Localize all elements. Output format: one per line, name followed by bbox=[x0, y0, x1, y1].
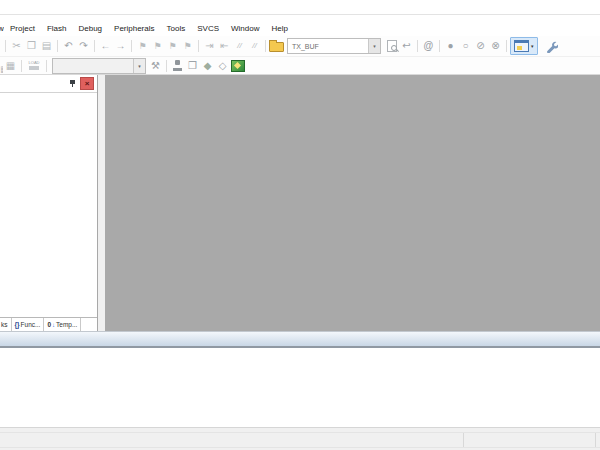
window-view-dropdown-button[interactable]: ▾ bbox=[510, 37, 538, 55]
target-select-value[interactable] bbox=[53, 59, 133, 73]
toolbar-separator bbox=[57, 40, 58, 52]
menu-item-window[interactable]: Window bbox=[225, 22, 265, 35]
workspace: × ks {} Func... 0 ↓ Temp... bbox=[0, 75, 600, 331]
menu-item-peripherals[interactable]: Peripherals bbox=[108, 22, 160, 35]
find-combo[interactable]: TX_BUF ▾ bbox=[287, 38, 381, 54]
bookmark-icon: ⚑ bbox=[138, 42, 146, 51]
file-extensions-button[interactable] bbox=[170, 58, 185, 74]
stamp-icon bbox=[172, 60, 183, 71]
indent-icon: ⇥ bbox=[205, 41, 213, 51]
select-software-packs-button[interactable]: ◇ bbox=[215, 58, 230, 74]
enable-breakpoint-button[interactable]: ○ bbox=[458, 38, 473, 54]
copy-icon: ❐ bbox=[27, 41, 36, 51]
zoom-button[interactable]: @ bbox=[421, 38, 436, 54]
toolbar-separator bbox=[417, 40, 418, 52]
bookmark-next-button[interactable]: ⚑ bbox=[165, 38, 180, 54]
green-package-icon bbox=[231, 60, 245, 72]
uvision-window: w Project Flash Debug Peripherals Tools … bbox=[0, 0, 600, 450]
uncomment-button[interactable]: // bbox=[247, 38, 262, 54]
toolbar-separator bbox=[439, 40, 440, 52]
project-tree-area[interactable] bbox=[0, 93, 97, 317]
status-cell-mid bbox=[463, 433, 595, 447]
tab-functions[interactable]: {} Func... bbox=[12, 318, 45, 331]
load-label: LOAD bbox=[29, 61, 40, 65]
tab-books-label: ks bbox=[1, 321, 8, 328]
braces-icon: {} bbox=[15, 321, 20, 328]
chevron-down-icon[interactable]: ▾ bbox=[368, 39, 380, 53]
breakpoint-icon: ● bbox=[447, 41, 453, 51]
zoom-at-icon: @ bbox=[424, 41, 434, 51]
insert-breakpoint-button[interactable]: ● bbox=[443, 38, 458, 54]
arrow-right-icon: → bbox=[116, 41, 126, 51]
batch-build-button[interactable]: ▦ bbox=[3, 58, 18, 74]
configuration-button[interactable] bbox=[544, 38, 559, 54]
menu-item-flash[interactable]: Flash bbox=[41, 22, 73, 35]
bookmark-prev-button[interactable]: ⚑ bbox=[150, 38, 165, 54]
screen-image-icon bbox=[514, 40, 529, 52]
breakpoint-disabled-icon: ⊘ bbox=[476, 41, 484, 51]
vertical-splitter[interactable] bbox=[98, 75, 105, 331]
outdent-button[interactable]: ⇤ bbox=[217, 38, 232, 54]
magnifier-icon bbox=[391, 45, 399, 53]
incremental-find-button[interactable]: ↩ bbox=[399, 38, 414, 54]
menu-item-svcs[interactable]: SVCS bbox=[191, 22, 225, 35]
disable-all-breakpoints-button[interactable]: ⊘ bbox=[473, 38, 488, 54]
target-options-button[interactable]: ⚒ bbox=[148, 58, 163, 74]
chevron-down-icon[interactable]: ▾ bbox=[133, 59, 145, 73]
menu-item-project[interactable]: Project bbox=[4, 22, 41, 35]
navigate-forward-button[interactable]: → bbox=[113, 38, 128, 54]
bookmark-prev-icon: ⚑ bbox=[153, 42, 161, 51]
uncomment-icon: // bbox=[252, 42, 256, 50]
manage-project-items-button[interactable]: ❐ bbox=[185, 58, 200, 74]
copy-button[interactable]: ❐ bbox=[24, 38, 39, 54]
arrow-left-icon: ← bbox=[101, 41, 111, 51]
bookmark-toggle-button[interactable]: ⚑ bbox=[135, 38, 150, 54]
diamond-icon: ◆ bbox=[204, 61, 212, 71]
output-panel-header[interactable] bbox=[0, 331, 600, 348]
pack-installer-button[interactable] bbox=[230, 58, 245, 74]
redo-icon: ↷ bbox=[79, 41, 87, 51]
manage-rte-button[interactable]: ◆ bbox=[200, 58, 215, 74]
status-bar-row bbox=[0, 432, 600, 448]
toolbar-separator bbox=[506, 40, 507, 52]
load-icon: LOAD bbox=[26, 61, 42, 70]
indent-button[interactable]: ⇥ bbox=[202, 38, 217, 54]
stacked-boxes-icon: ❐ bbox=[188, 61, 197, 71]
output-panel-body[interactable] bbox=[0, 348, 600, 427]
bookmark-clear-button[interactable]: ⚑ bbox=[180, 38, 195, 54]
chevron-down-icon: ▾ bbox=[531, 43, 534, 49]
pin-icon[interactable] bbox=[69, 79, 76, 88]
close-icon: × bbox=[85, 80, 90, 88]
tab-templates[interactable]: 0 ↓ Temp... bbox=[44, 318, 81, 331]
download-button[interactable]: LOAD bbox=[25, 58, 43, 74]
menu-item-debug[interactable]: Debug bbox=[72, 22, 108, 35]
cut-button[interactable]: ✂ bbox=[9, 38, 24, 54]
close-panel-button[interactable]: × bbox=[80, 77, 94, 90]
kill-all-breakpoints-button[interactable]: ⊗ bbox=[488, 38, 503, 54]
toolbar-separator bbox=[131, 40, 132, 52]
menu-item-tools[interactable]: Tools bbox=[161, 22, 192, 35]
find-in-files-button[interactable] bbox=[269, 38, 284, 54]
tab-templates-label: Temp... bbox=[56, 321, 77, 328]
navigate-back-button[interactable]: ← bbox=[98, 38, 113, 54]
toolbar-separator bbox=[5, 40, 6, 52]
tab-functions-label: Func... bbox=[21, 321, 41, 328]
undo-button[interactable]: ↶ bbox=[61, 38, 76, 54]
mdi-background bbox=[105, 75, 600, 331]
redo-button[interactable]: ↷ bbox=[76, 38, 91, 54]
toolbar-separator bbox=[21, 60, 22, 72]
breakpoint-kill-icon: ⊗ bbox=[491, 41, 499, 51]
project-panel: × ks {} Func... 0 ↓ Temp... bbox=[0, 75, 98, 331]
target-select-combo[interactable]: ▾ bbox=[52, 58, 146, 74]
zero-icon: 0 bbox=[47, 321, 51, 328]
find-combo-value[interactable]: TX_BUF bbox=[288, 39, 368, 53]
comment-button[interactable]: // bbox=[232, 38, 247, 54]
titlebar-strip bbox=[0, 0, 600, 15]
paste-button[interactable]: ▤ bbox=[39, 38, 54, 54]
project-panel-caption: × bbox=[0, 75, 97, 93]
folder-icon bbox=[269, 42, 284, 52]
find-next-button[interactable] bbox=[384, 38, 399, 54]
menu-item-help[interactable]: Help bbox=[265, 22, 293, 35]
tab-books[interactable]: ks bbox=[0, 318, 12, 331]
bookmark-next-icon: ⚑ bbox=[168, 42, 176, 51]
